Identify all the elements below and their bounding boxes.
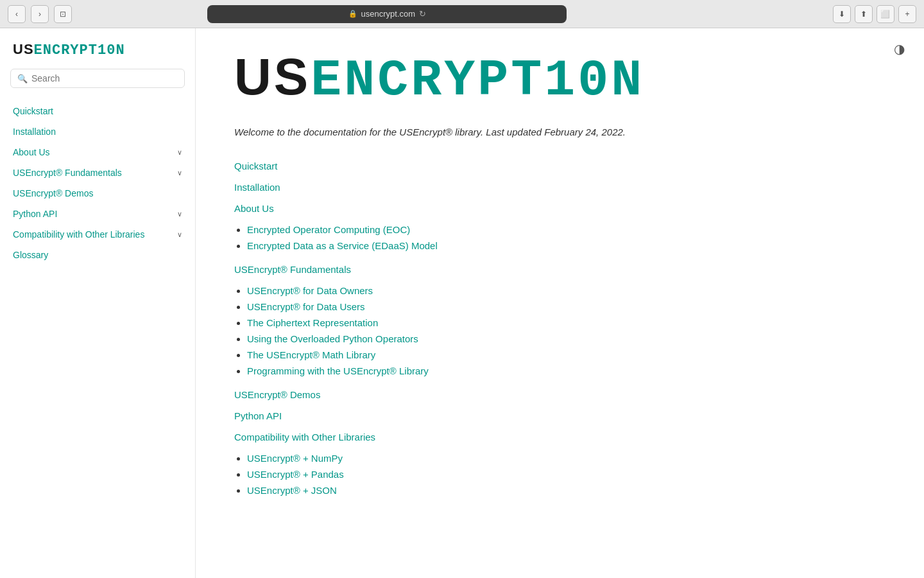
search-box[interactable]: 🔍 [10,69,185,88]
chevron-down-icon: ∨ [177,231,182,239]
list-item[interactable]: Programming with the USEncrypt® Library [247,365,886,376]
sidebar-item-label: Quickstart [13,106,53,116]
link-quickstart[interactable]: Quickstart [234,161,886,171]
compatibility-list: USEncrypt® + NumPy USEncrypt® + Pandas U… [247,453,886,496]
address-bar[interactable]: 🔒 usencrypt.com ↻ [207,5,567,23]
about-us-list: Encrypted Operator Computing (EOC) Encry… [247,224,886,251]
tagline: Welcome to the documentation for the USE… [234,125,886,140]
sidebar-toggle-button[interactable]: ⊡ [54,5,72,23]
list-item[interactable]: The USEncrypt® Math Library [247,349,886,360]
search-input[interactable] [31,73,178,83]
lock-icon: 🔒 [348,10,357,18]
link-demos[interactable]: USEncrypt® Demos [234,389,886,400]
sidebar-logo: USENCRYPT10N [0,41,195,69]
expand-button[interactable]: ⬜ [877,5,894,23]
sidebar-item-label: USEncrypt® Demos [13,188,93,198]
chevron-down-icon: ∨ [177,210,182,218]
list-item[interactable]: Encrypted Data as a Service (EDaaS) Mode… [247,240,886,251]
main-logo-us: US [234,48,311,105]
list-item[interactable]: USEncrypt® for Data Users [247,301,886,312]
link-python-api[interactable]: Python API [234,410,886,421]
sidebar-item-fundamentals[interactable]: USEncrypt® Fundamentals ∨ [0,162,195,183]
link-installation[interactable]: Installation [234,182,886,193]
reload-icon[interactable]: ↻ [419,9,426,19]
sidebar-item-label: Python API [13,209,57,219]
main-logo-text: USENCRYPT10N [234,48,886,110]
list-item[interactable]: USEncrypt® for Data Owners [247,285,886,296]
sidebar-item-compatibility[interactable]: Compatibility with Other Libraries ∨ [0,224,195,245]
sidebar-item-label: Compatibility with Other Libraries [13,229,144,240]
list-item[interactable]: USEncrypt® + NumPy [247,453,886,464]
search-icon: 🔍 [17,74,28,83]
list-item[interactable]: Using the Overloaded Python Operators [247,333,886,344]
app-layout: USENCRYPT10N 🔍 Quickstart Installation A… [0,28,924,578]
theme-toggle-button[interactable]: ◑ [894,41,905,57]
link-about-us[interactable]: About Us [234,203,886,214]
sidebar: USENCRYPT10N 🔍 Quickstart Installation A… [0,28,196,578]
main-content: ◑ USENCRYPT10N Welcome to the documentat… [196,28,924,578]
sidebar-item-label: About Us [13,147,50,157]
sidebar-item-demos[interactable]: USEncrypt® Demos [0,183,195,204]
main-logo-encryption: ENCRYPT10N [311,51,644,110]
list-item[interactable]: The Ciphertext Representation [247,317,886,328]
list-item[interactable]: USEncrypt® + JSON [247,485,886,496]
sidebar-logo-text: USENCRYPT10N [13,41,182,58]
back-button[interactable]: ‹ [8,5,26,23]
main-logo: USENCRYPT10N [234,48,886,110]
fundamentals-list: USEncrypt® for Data Owners USEncrypt® fo… [247,285,886,376]
sidebar-item-label: Installation [13,127,56,137]
chevron-down-icon: ∨ [177,148,182,157]
sidebar-item-glossary[interactable]: Glossary [0,245,195,265]
share-button[interactable]: ⬆ [855,5,873,23]
logo-encryption: ENCRYPT10N [34,42,125,58]
sidebar-item-label: Glossary [13,250,48,260]
list-item[interactable]: Encrypted Operator Computing (EOC) [247,224,886,235]
sidebar-item-quickstart[interactable]: Quickstart [0,101,195,121]
list-item[interactable]: USEncrypt® + Pandas [247,469,886,480]
download-button[interactable]: ⬇ [833,5,851,23]
sidebar-item-about-us[interactable]: About Us ∨ [0,142,195,162]
sidebar-item-python-api[interactable]: Python API ∨ [0,204,195,224]
chevron-down-icon: ∨ [177,169,182,177]
sidebar-item-installation[interactable]: Installation [0,121,195,142]
logo-us: US [13,41,34,57]
sidebar-item-label: USEncrypt® Fundamentals [13,168,122,178]
browser-actions: ⬇ ⬆ ⬜ + [833,5,916,23]
link-fundamentals[interactable]: USEncrypt® Fundamentals [234,264,886,275]
link-compatibility[interactable]: Compatibility with Other Libraries [234,432,886,442]
forward-button[interactable]: › [31,5,49,23]
new-tab-button[interactable]: + [898,5,916,23]
browser-chrome: ‹ › ⊡ 🔒 usencrypt.com ↻ ⬇ ⬆ ⬜ + [0,0,924,28]
url-text: usencrypt.com [361,9,416,19]
